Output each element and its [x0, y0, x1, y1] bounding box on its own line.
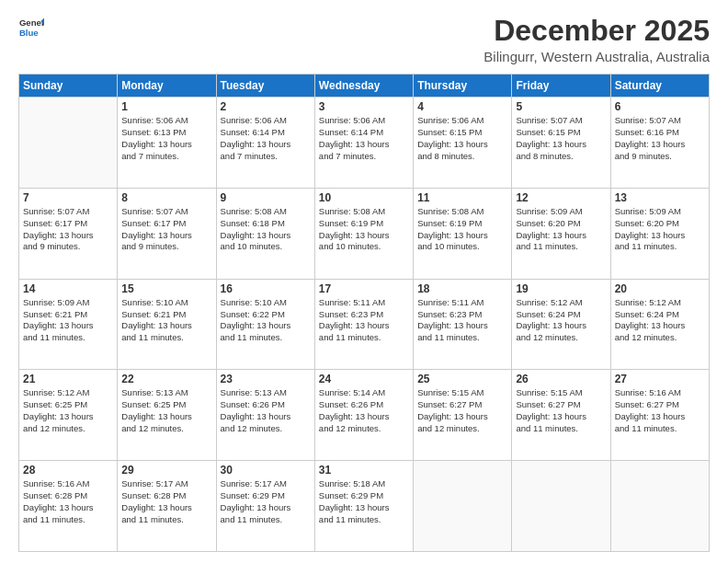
day-number: 8 [121, 191, 211, 204]
table-row [512, 461, 610, 552]
table-row: 24Sunrise: 5:14 AM Sunset: 6:26 PM Dayli… [314, 370, 413, 461]
day-info: Sunrise: 5:07 AM Sunset: 6:15 PM Dayligh… [516, 115, 606, 162]
table-row: 15Sunrise: 5:10 AM Sunset: 6:21 PM Dayli… [118, 279, 216, 370]
day-number: 3 [319, 100, 409, 113]
day-info: Sunrise: 5:06 AM Sunset: 6:14 PM Dayligh… [221, 115, 311, 162]
day-info: Sunrise: 5:09 AM Sunset: 6:21 PM Dayligh… [23, 297, 113, 344]
day-info: Sunrise: 5:14 AM Sunset: 6:26 PM Dayligh… [319, 387, 409, 434]
logo: General Blue [18, 15, 44, 40]
calendar-week-row: 1Sunrise: 5:06 AM Sunset: 6:13 PM Daylig… [19, 98, 710, 189]
day-number: 4 [417, 100, 507, 113]
day-info: Sunrise: 5:12 AM Sunset: 6:24 PM Dayligh… [516, 297, 606, 344]
day-number: 1 [121, 100, 211, 113]
table-row: 25Sunrise: 5:15 AM Sunset: 6:27 PM Dayli… [414, 370, 512, 461]
table-row: 21Sunrise: 5:12 AM Sunset: 6:25 PM Dayli… [19, 370, 118, 461]
table-row: 28Sunrise: 5:16 AM Sunset: 6:28 PM Dayli… [19, 461, 118, 552]
day-number: 26 [516, 373, 606, 385]
day-number: 13 [615, 191, 705, 204]
table-row: 23Sunrise: 5:13 AM Sunset: 6:26 PM Dayli… [216, 370, 314, 461]
table-row: 19Sunrise: 5:12 AM Sunset: 6:24 PM Dayli… [512, 279, 610, 370]
day-number: 16 [221, 282, 311, 295]
day-info: Sunrise: 5:08 AM Sunset: 6:18 PM Dayligh… [221, 206, 311, 253]
day-number: 9 [221, 191, 311, 204]
table-row: 16Sunrise: 5:10 AM Sunset: 6:22 PM Dayli… [216, 279, 314, 370]
calendar-week-row: 28Sunrise: 5:16 AM Sunset: 6:28 PM Dayli… [19, 461, 710, 552]
day-info: Sunrise: 5:12 AM Sunset: 6:24 PM Dayligh… [615, 297, 705, 344]
day-info: Sunrise: 5:17 AM Sunset: 6:28 PM Dayligh… [121, 478, 211, 525]
table-row: 1Sunrise: 5:06 AM Sunset: 6:13 PM Daylig… [118, 98, 216, 189]
svg-text:Blue: Blue [19, 28, 39, 38]
day-info: Sunrise: 5:09 AM Sunset: 6:20 PM Dayligh… [516, 206, 606, 253]
table-row: 20Sunrise: 5:12 AM Sunset: 6:24 PM Dayli… [610, 279, 709, 370]
svg-text:General: General [19, 17, 44, 28]
table-row: 14Sunrise: 5:09 AM Sunset: 6:21 PM Dayli… [19, 279, 118, 370]
day-info: Sunrise: 5:12 AM Sunset: 6:25 PM Dayligh… [23, 387, 113, 434]
page: General Blue December 2025 Bilingurr, We… [0, 0, 728, 563]
table-row: 7Sunrise: 5:07 AM Sunset: 6:17 PM Daylig… [19, 188, 118, 279]
day-number: 6 [615, 100, 705, 113]
col-monday: Monday [118, 75, 216, 98]
day-info: Sunrise: 5:10 AM Sunset: 6:21 PM Dayligh… [121, 297, 211, 344]
day-number: 23 [221, 373, 311, 385]
day-info: Sunrise: 5:10 AM Sunset: 6:22 PM Dayligh… [221, 297, 311, 344]
day-number: 7 [23, 191, 113, 204]
table-row: 2Sunrise: 5:06 AM Sunset: 6:14 PM Daylig… [216, 98, 314, 189]
day-info: Sunrise: 5:17 AM Sunset: 6:29 PM Dayligh… [221, 478, 311, 525]
day-info: Sunrise: 5:08 AM Sunset: 6:19 PM Dayligh… [417, 206, 507, 253]
day-info: Sunrise: 5:16 AM Sunset: 6:27 PM Dayligh… [615, 387, 705, 434]
day-info: Sunrise: 5:18 AM Sunset: 6:29 PM Dayligh… [319, 478, 409, 525]
day-info: Sunrise: 5:13 AM Sunset: 6:25 PM Dayligh… [121, 387, 211, 434]
day-number: 25 [417, 373, 507, 385]
day-info: Sunrise: 5:11 AM Sunset: 6:23 PM Dayligh… [417, 297, 507, 344]
table-row: 8Sunrise: 5:07 AM Sunset: 6:17 PM Daylig… [118, 188, 216, 279]
day-number: 27 [615, 373, 705, 385]
day-number: 21 [23, 373, 113, 385]
col-saturday: Saturday [610, 75, 709, 98]
day-number: 2 [221, 100, 311, 113]
day-number: 11 [417, 191, 507, 204]
day-number: 18 [417, 282, 507, 295]
day-number: 31 [319, 464, 409, 477]
table-row: 3Sunrise: 5:06 AM Sunset: 6:14 PM Daylig… [314, 98, 413, 189]
table-row: 11Sunrise: 5:08 AM Sunset: 6:19 PM Dayli… [414, 188, 512, 279]
table-row: 4Sunrise: 5:06 AM Sunset: 6:15 PM Daylig… [414, 98, 512, 189]
day-info: Sunrise: 5:16 AM Sunset: 6:28 PM Dayligh… [23, 478, 113, 525]
table-row: 27Sunrise: 5:16 AM Sunset: 6:27 PM Dayli… [610, 370, 709, 461]
day-info: Sunrise: 5:15 AM Sunset: 6:27 PM Dayligh… [417, 387, 507, 434]
table-row: 13Sunrise: 5:09 AM Sunset: 6:20 PM Dayli… [610, 188, 709, 279]
table-row: 22Sunrise: 5:13 AM Sunset: 6:25 PM Dayli… [118, 370, 216, 461]
day-number: 24 [319, 373, 409, 385]
col-sunday: Sunday [19, 75, 118, 98]
header: General Blue December 2025 Bilingurr, We… [18, 15, 710, 64]
table-row: 26Sunrise: 5:15 AM Sunset: 6:27 PM Dayli… [512, 370, 610, 461]
table-row: 29Sunrise: 5:17 AM Sunset: 6:28 PM Dayli… [118, 461, 216, 552]
col-tuesday: Tuesday [216, 75, 314, 98]
day-number: 14 [23, 282, 113, 295]
calendar-header-row: Sunday Monday Tuesday Wednesday Thursday… [19, 75, 710, 98]
table-row [610, 461, 709, 552]
day-number: 12 [516, 191, 606, 204]
day-number: 17 [319, 282, 409, 295]
day-info: Sunrise: 5:11 AM Sunset: 6:23 PM Dayligh… [319, 297, 409, 344]
table-row: 5Sunrise: 5:07 AM Sunset: 6:15 PM Daylig… [512, 98, 610, 189]
calendar-week-row: 7Sunrise: 5:07 AM Sunset: 6:17 PM Daylig… [19, 188, 710, 279]
col-wednesday: Wednesday [314, 75, 413, 98]
day-info: Sunrise: 5:13 AM Sunset: 6:26 PM Dayligh… [221, 387, 311, 434]
day-number: 19 [516, 282, 606, 295]
day-info: Sunrise: 5:15 AM Sunset: 6:27 PM Dayligh… [516, 387, 606, 434]
day-number: 30 [221, 464, 311, 477]
main-title: December 2025 [483, 15, 710, 47]
day-number: 15 [121, 282, 211, 295]
table-row [19, 98, 118, 189]
title-block: December 2025 Bilingurr, Western Austral… [483, 15, 710, 64]
day-number: 22 [121, 373, 211, 385]
table-row: 10Sunrise: 5:08 AM Sunset: 6:19 PM Dayli… [314, 188, 413, 279]
table-row: 9Sunrise: 5:08 AM Sunset: 6:18 PM Daylig… [216, 188, 314, 279]
day-number: 28 [23, 464, 113, 477]
calendar-week-row: 21Sunrise: 5:12 AM Sunset: 6:25 PM Dayli… [19, 370, 710, 461]
day-info: Sunrise: 5:07 AM Sunset: 6:17 PM Dayligh… [121, 206, 211, 253]
calendar-week-row: 14Sunrise: 5:09 AM Sunset: 6:21 PM Dayli… [19, 279, 710, 370]
day-info: Sunrise: 5:06 AM Sunset: 6:15 PM Dayligh… [417, 115, 507, 162]
day-number: 20 [615, 282, 705, 295]
day-info: Sunrise: 5:07 AM Sunset: 6:17 PM Dayligh… [23, 206, 113, 253]
